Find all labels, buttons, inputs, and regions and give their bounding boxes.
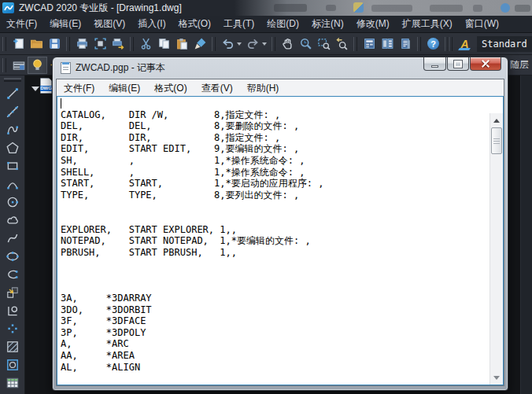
polyline-icon[interactable] — [1, 120, 24, 138]
properties-palette-icon[interactable] — [360, 34, 379, 54]
chevron-down-icon[interactable] — [262, 42, 267, 46]
zoom-previous-icon[interactable] — [333, 34, 351, 54]
close-button[interactable] — [470, 57, 501, 71]
menu-modify[interactable]: 修改(M) — [357, 17, 390, 31]
zoom-window-icon[interactable] — [315, 34, 333, 54]
hatch-icon[interactable] — [1, 337, 24, 355]
revision-cloud-icon[interactable] — [1, 211, 24, 229]
text-editor[interactable]: CATALOG, DIR /W, 8,指定文件: , DEL, DEL, 8,要… — [57, 96, 504, 385]
screen: ZWCAD 2020 专业版 - [Drawing1.dwg] 文件(F) 编辑… — [0, 0, 532, 394]
dwg-label: DWG — [40, 86, 52, 91]
menu-draw[interactable]: 绘图(D) — [267, 17, 299, 31]
toolbar-grip[interactable] — [2, 37, 6, 51]
minimize-icon — [431, 65, 438, 68]
bulb-icon — [28, 55, 46, 75]
redo-icon[interactable] — [244, 34, 262, 54]
background-blob — [274, 4, 307, 12]
menu-view[interactable]: 视图(V) — [94, 17, 125, 31]
notepad-caption-buttons — [423, 57, 501, 71]
spline-icon[interactable] — [1, 229, 24, 247]
menu-format[interactable]: 格式(O) — [179, 17, 211, 31]
notepad-menu-view[interactable]: 查看(V) — [194, 80, 240, 96]
scroll-up-button[interactable] — [490, 115, 503, 126]
layer-bulb-button[interactable] — [28, 57, 47, 74]
toolbar-grip[interactable] — [212, 37, 216, 51]
menu-edit[interactable]: 编辑(E) — [50, 17, 81, 31]
tool-palettes-icon[interactable] — [397, 34, 415, 54]
ellipse-arc-icon[interactable] — [1, 265, 24, 283]
toolbar-grip[interactable] — [66, 37, 70, 51]
menu-express-tools[interactable]: 扩展工具(X) — [402, 17, 453, 31]
draw-toolbar — [0, 75, 25, 394]
zwcad-standard-toolbar: ? A Standard — [0, 33, 532, 55]
ellipse-icon[interactable] — [1, 247, 24, 265]
minimize-button[interactable] — [423, 57, 446, 71]
toolbar-grip[interactable] — [449, 37, 453, 51]
background-blob — [501, 3, 510, 13]
point-icon[interactable] — [1, 319, 24, 337]
notepad-client: 文件(F) 编辑(E) 格式(O) 查看(V) 帮助(H) CATALOG, D… — [56, 79, 504, 386]
notepad-menu-edit[interactable]: 编辑(E) — [102, 80, 147, 96]
line-icon[interactable] — [1, 84, 24, 102]
arc-icon[interactable] — [1, 175, 24, 193]
maximize-button[interactable] — [447, 57, 469, 71]
design-center-icon[interactable] — [379, 34, 397, 54]
text-style-icon[interactable]: A — [456, 34, 474, 54]
background-blob — [473, 5, 482, 12]
paste-icon[interactable] — [173, 34, 191, 54]
circle-icon[interactable] — [1, 193, 24, 211]
save-icon[interactable] — [46, 34, 64, 54]
help-icon[interactable]: ? — [424, 34, 442, 54]
zoom-realtime-icon[interactable] — [297, 34, 315, 54]
undo-icon[interactable] — [219, 34, 237, 54]
toolbar-grip[interactable] — [2, 58, 6, 72]
new-icon[interactable] — [9, 34, 28, 54]
polygon-icon[interactable] — [1, 138, 24, 156]
cut-icon[interactable] — [137, 34, 155, 54]
insert-block-icon[interactable] — [1, 283, 24, 301]
pan-icon[interactable] — [279, 34, 297, 54]
make-block-icon[interactable] — [1, 301, 24, 319]
menu-file[interactable]: 文件(F) — [6, 17, 37, 31]
close-icon — [481, 59, 490, 68]
layers-icon[interactable] — [9, 55, 28, 75]
region-icon[interactable] — [1, 355, 24, 374]
zwcad-window-title: ZWCAD 2020 专业版 - [Drawing1.dwg] — [19, 2, 182, 15]
dwg-file-icon[interactable]: DWG — [40, 78, 52, 94]
print-icon[interactable] — [73, 34, 91, 54]
text-style-combobox[interactable]: Standard — [477, 36, 532, 52]
construction-line-icon[interactable] — [1, 102, 24, 120]
notepad-menu-help[interactable]: 帮助(H) — [240, 80, 286, 96]
toolbar-grip[interactable] — [417, 37, 421, 51]
right-panel-edge — [520, 75, 532, 394]
print-preview-icon[interactable] — [91, 34, 109, 54]
chevron-down-icon[interactable] — [31, 87, 39, 91]
plot-icon[interactable] — [109, 34, 127, 54]
zwcad-titlebar[interactable]: ZWCAD 2020 专业版 - [Drawing1.dwg] — [0, 0, 532, 16]
toolbar-grip[interactable] — [272, 37, 275, 51]
notepad-menu-format[interactable]: 格式(O) — [147, 80, 194, 96]
menu-insert[interactable]: 插入(I) — [138, 17, 165, 31]
menu-dimension[interactable]: 标注(N) — [312, 17, 344, 31]
background-blob — [353, 2, 364, 13]
menu-window[interactable]: 窗口(W) — [465, 17, 499, 31]
toolbar-grip[interactable] — [353, 37, 357, 51]
text-caret — [61, 98, 61, 109]
background-blob — [515, 5, 530, 12]
notepad-menubar: 文件(F) 编辑(E) 格式(O) 查看(V) 帮助(H) — [57, 79, 504, 96]
vertical-scrollbar[interactable] — [490, 113, 503, 385]
scrollbar-thumb[interactable] — [491, 127, 502, 154]
menu-tools[interactable]: 工具(T) — [224, 17, 254, 31]
pgp-file-content[interactable]: CATALOG, DIR /W, 8,指定文件: , DEL, DEL, 8,要… — [57, 97, 503, 373]
copy-icon[interactable] — [155, 34, 173, 54]
open-icon[interactable] — [28, 34, 46, 54]
bylayer-value[interactable]: 随层 — [510, 58, 529, 72]
scroll-down-button[interactable] — [490, 372, 503, 383]
rectangle-icon[interactable] — [1, 156, 24, 175]
format-painter-icon[interactable] — [191, 34, 209, 54]
notepad-menu-file[interactable]: 文件(F) — [57, 80, 102, 96]
table-icon[interactable] — [1, 374, 24, 392]
toolbar-grip[interactable] — [4, 78, 21, 82]
toolbar-grip[interactable] — [130, 37, 134, 51]
chevron-down-icon[interactable] — [237, 42, 242, 46]
